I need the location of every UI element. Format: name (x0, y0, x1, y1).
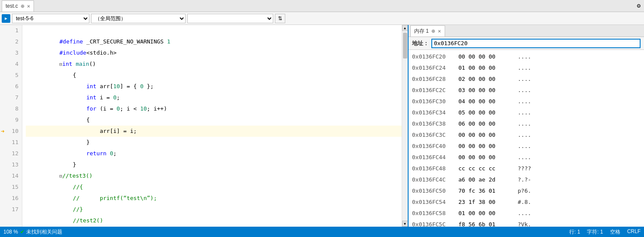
mem-ascii: .... (518, 132, 531, 138)
address-label: 地址： (412, 40, 429, 47)
line-number: 7 (0, 92, 22, 103)
status-left: 108 % ✔ 未找到相关问题 (3, 228, 62, 236)
zoom-select[interactable]: 108 % (3, 229, 18, 235)
mem-bytes: cc cc cc cc (458, 165, 514, 172)
status-text: 未找到相关问题 (26, 228, 62, 236)
mem-bytes: 06 00 00 00 (458, 120, 514, 127)
mem-ascii: ?Vk. (518, 221, 531, 227)
mem-ascii: .... (518, 65, 531, 71)
memory-tab[interactable]: 内存 1 ⊕ × (410, 25, 445, 37)
scope-select[interactable]: （全局范围） (91, 14, 186, 23)
memory-row: 0x0136FC3C 00 00 00 00 .... (409, 129, 644, 140)
function-select[interactable]: test-5-6 (12, 14, 89, 23)
empty-select[interactable] (187, 14, 273, 23)
editor-panel: 1 2 3 4 5 6 7 8 9 ➜ 10 11 12 13 14 15 16… (0, 25, 408, 227)
mem-bytes: 05 00 00 00 (458, 109, 514, 116)
mem-ascii: .... (518, 76, 531, 82)
memory-row: 0x0136FC50 70 fc 36 01 p?6. (409, 185, 644, 196)
mem-addr: 0x0136FC40 (412, 143, 455, 149)
mem-addr: 0x0136FC54 (412, 199, 455, 205)
mem-addr: 0x0136FC38 (412, 120, 455, 127)
mem-addr: 0x0136FC20 (412, 53, 455, 60)
status-right: 行: 1 字符: 1 空格 CRLF (569, 228, 641, 236)
status-row: 行: 1 (569, 228, 580, 236)
mem-ascii: .... (518, 53, 531, 60)
code-content[interactable]: #define _CRT_SECURE_NO_WARNINGS 1 #inclu… (22, 25, 402, 227)
line-number: ➜ 10 (0, 126, 22, 137)
code-line-5: int arr[10] = { 0 }; (26, 70, 402, 81)
mem-bytes: 00 00 00 00 (458, 53, 514, 60)
mem-bytes: 00 00 00 00 (458, 154, 514, 160)
editor-tab[interactable]: test.c ⊕ × (2, 0, 34, 12)
status-encoding: CRLF (627, 228, 641, 236)
scrollbar-arrow-down[interactable]: ▼ (402, 221, 408, 227)
mem-bytes: f8 56 6b 01 (458, 221, 514, 227)
mem-addr: 0x0136FC3C (412, 132, 455, 138)
mem-ascii: .... (518, 87, 531, 93)
memory-row: 0x0136FC2C 03 00 00 00 .... (409, 84, 644, 95)
mem-addr: 0x0136FC50 (412, 188, 455, 194)
mem-bytes: 01 00 00 00 (458, 210, 514, 216)
memory-row: 0x0136FC44 00 00 00 00 .... (409, 151, 644, 163)
mem-ascii: .... (518, 154, 531, 160)
line-number: 4 (0, 58, 22, 70)
sync-button[interactable]: ⇅ (275, 14, 285, 23)
main-area: 1 2 3 4 5 6 7 8 9 ➜ 10 11 12 13 14 15 16… (0, 25, 644, 227)
gear-icon[interactable]: ⚙ (635, 2, 642, 9)
memory-row: 0x0136FC24 01 00 00 00 .... (409, 62, 644, 73)
mem-ascii: ???? (518, 165, 531, 172)
mem-addr: 0x0136FC30 (412, 98, 455, 105)
memory-tab-title: 内存 1 (414, 28, 429, 35)
mem-ascii: .... (518, 210, 531, 216)
function-icon: ▶ (2, 14, 10, 23)
mem-ascii: .... (518, 109, 531, 116)
mem-bytes: a6 00 ae 2d (458, 176, 514, 183)
memory-row: 0x0136FC5C f8 56 6b 01 ?Vk. (409, 219, 644, 227)
memory-row: 0x0136FC54 23 1f 38 00 #.8. (409, 196, 644, 207)
mem-addr: 0x0136FC34 (412, 109, 455, 116)
tab-bar: test.c ⊕ × ⚙ (0, 0, 644, 12)
line-number: 8 (0, 103, 22, 114)
status-space: 空格 (610, 228, 620, 236)
memory-tab-pin[interactable]: ⊕ (431, 28, 435, 34)
mem-addr: 0x0136FC28 (412, 76, 455, 82)
mem-bytes: 00 00 00 00 (458, 132, 514, 138)
mem-addr: 0x0136FC48 (412, 165, 455, 172)
mem-bytes: 01 00 00 00 (458, 65, 514, 71)
mem-bytes: 04 00 00 00 (458, 98, 514, 105)
memory-row: 0x0136FC28 02 00 00 00 .... (409, 73, 644, 84)
tab-pin-icon[interactable]: ⊕ (21, 3, 24, 9)
tab-filename: test.c (6, 3, 18, 9)
scrollbar-arrow-up[interactable]: ▲ (402, 25, 408, 31)
line-number: 12 (0, 148, 22, 159)
memory-tab-close[interactable]: × (438, 28, 441, 34)
mem-ascii: #.8. (518, 199, 531, 205)
address-input[interactable] (431, 39, 641, 48)
line-number: 11 (0, 137, 22, 148)
memory-row: 0x0136FC40 00 00 00 00 .... (409, 140, 644, 151)
tab-close-icon[interactable]: × (27, 3, 31, 9)
scrollbar-thumb[interactable] (403, 33, 407, 58)
editor-toolbar: ▶ test-5-6 （全局范围） ⇅ (0, 12, 644, 25)
line-number: 6 (0, 81, 22, 92)
mem-addr: 0x0136FC44 (412, 154, 455, 160)
memory-row: 0x0136FC38 06 00 00 00 .... (409, 118, 644, 129)
mem-bytes: 03 00 00 00 (458, 87, 514, 93)
code-line-13: ⊟//test3() (26, 159, 402, 170)
status-col: 字符: 1 (587, 228, 603, 236)
line-number: 1 (0, 25, 22, 36)
line-number: 17 (0, 204, 22, 215)
line-numbers: 1 2 3 4 5 6 7 8 9 ➜ 10 11 12 13 14 15 16… (0, 25, 22, 227)
status-check-icon: ✔ (20, 229, 24, 235)
memory-row: 0x0136FC4C a6 00 ae 2d ?.?- (409, 174, 644, 185)
memory-row: 0x0136FC30 04 00 00 00 .... (409, 95, 644, 107)
editor-window: test.c ⊕ × ⚙ ▶ test-5-6 （全局范围） ⇅ 1 2 3 4 (0, 0, 644, 237)
line-number: 3 (0, 47, 22, 58)
line-number: 5 (0, 70, 22, 81)
mem-bytes: 00 00 00 00 (458, 143, 514, 149)
editor-scrollbar[interactable]: ▲ ▼ (402, 25, 408, 227)
line-number: 14 (0, 170, 22, 182)
line-number: 13 (0, 159, 22, 170)
mem-addr: 0x0136FC2C (412, 87, 455, 93)
memory-content: 0x0136FC20 00 00 00 00 .... 0x0136FC24 0… (409, 50, 644, 227)
